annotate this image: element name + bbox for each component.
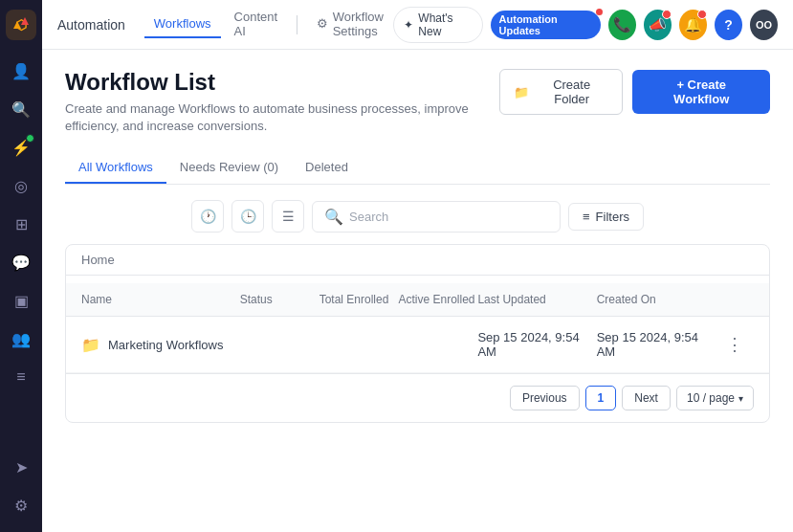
topnav-left: Automation Workflows Content AI ⚙ Workfl…: [57, 4, 393, 46]
search-icon: 🔍: [324, 208, 343, 226]
chevron-down-icon: ▾: [738, 393, 743, 404]
nav-divider: [297, 15, 297, 34]
list-nav-icon[interactable]: ≡: [4, 360, 38, 394]
row-actions-button[interactable]: ⋮: [716, 334, 754, 355]
cell-name: 📁 Marketing Workflows: [81, 336, 240, 354]
grid-nav-icon[interactable]: ⊞: [4, 207, 38, 241]
search-nav-icon[interactable]: 🔍: [4, 92, 38, 126]
page-title: Workflow List: [65, 69, 499, 96]
sparkle-icon: ✦: [404, 18, 413, 32]
settings-nav-icon[interactable]: ⚙: [4, 488, 38, 522]
page-header-actions: 📁 Create Folder + Create Workflow: [499, 69, 770, 115]
clock-recent-icon: 🕐: [200, 209, 216, 224]
page-header-left: Workflow List Create and manage Workflow…: [65, 69, 499, 135]
search-input[interactable]: [349, 210, 548, 224]
nav-tabs: Workflows Content AI ⚙ Workflow Settings: [144, 4, 393, 46]
workflow-table: Home Name Status Total Enrolled Active E…: [65, 244, 770, 423]
brand-label: Automation: [57, 17, 125, 33]
gear-icon: ⚙: [317, 16, 328, 31]
app-logo[interactable]: ⬡: [6, 10, 36, 40]
row-folder-icon: 📁: [81, 336, 100, 354]
phone-button[interactable]: 📞: [608, 10, 636, 40]
cell-created-on: Sep 15 2024, 9:54 AM: [597, 330, 716, 359]
bell-button[interactable]: 🔔: [679, 10, 707, 40]
megaphone-button[interactable]: 📣: [644, 10, 672, 40]
list-view-icon: ☰: [282, 209, 295, 224]
table-row: 📁 Marketing Workflows Sep 15 2024, 9:54 …: [66, 317, 769, 373]
col-active-enrolled: Active Enrolled: [399, 293, 478, 306]
content-tabs: All Workflows Needs Review (0) Deleted: [65, 152, 770, 185]
list-view-button[interactable]: ☰: [272, 200, 304, 233]
main-content: Automation Workflows Content AI ⚙ Workfl…: [42, 0, 793, 532]
page-subtitle: Create and manage Workflows to automate …: [65, 100, 499, 135]
clock-history-button[interactable]: 🕒: [231, 200, 264, 233]
page-header: Workflow List Create and manage Workflow…: [65, 69, 770, 135]
people-nav-icon[interactable]: 👥: [4, 321, 38, 356]
col-name: Name: [81, 293, 240, 306]
col-actions: [716, 293, 754, 306]
create-folder-button[interactable]: 📁 Create Folder: [499, 69, 624, 115]
search-box: 🔍: [312, 201, 561, 233]
tab-needs-review[interactable]: Needs Review (0): [166, 152, 292, 184]
topnav-right: ✦ What's New Automation Updates 📞 📣 🔔 ? …: [393, 7, 778, 43]
sidebar: ⬡ 👤 🔍 ⚡ ◎ ⊞ 💬 ▣ 👥 ≡ ➤ ⚙: [0, 0, 42, 532]
create-workflow-button[interactable]: + Create Workflow: [632, 70, 770, 114]
lightning-nav-icon[interactable]: ⚡: [4, 130, 38, 165]
pagination: Previous 1 Next 10 / page ▾: [66, 373, 769, 422]
clock-history-icon: 🕒: [240, 209, 256, 224]
table-header-row: Name Status Total Enrolled Active Enroll…: [66, 283, 769, 317]
tab-workflow-settings[interactable]: ⚙ Workflow Settings: [307, 4, 394, 46]
top-navigation: Automation Workflows Content AI ⚙ Workfl…: [42, 0, 793, 50]
breadcrumb: Home: [66, 245, 769, 276]
col-created-on: Created On: [597, 293, 716, 306]
box-nav-icon[interactable]: ▣: [4, 283, 38, 318]
page-1-button[interactable]: 1: [585, 386, 617, 410]
previous-page-button[interactable]: Previous: [510, 386, 580, 410]
next-page-button[interactable]: Next: [622, 386, 671, 410]
col-total-enrolled: Total Enrolled: [319, 293, 399, 306]
tab-workflows[interactable]: Workflows: [144, 11, 221, 38]
filters-button[interactable]: ≡ Filters: [568, 203, 644, 231]
tab-all-workflows[interactable]: All Workflows: [65, 152, 166, 184]
location-nav-icon[interactable]: ◎: [4, 168, 38, 203]
col-status: Status: [240, 293, 319, 306]
col-last-updated: Last Updated: [477, 293, 596, 306]
clock-recent-button[interactable]: 🕐: [191, 200, 224, 233]
per-page-select[interactable]: 10 / page ▾: [676, 386, 754, 410]
avatar-button[interactable]: OO: [750, 10, 778, 40]
whats-new-button[interactable]: ✦ What's New: [393, 7, 482, 43]
toolbar: 🕐 🕒 ☰ 🔍 ≡ Filters: [65, 200, 770, 233]
automation-updates-badge[interactable]: Automation Updates: [491, 11, 601, 39]
tab-content-ai[interactable]: Content AI: [225, 4, 288, 46]
person-nav-icon[interactable]: 👤: [4, 54, 38, 88]
filter-icon: ≡: [583, 210, 590, 224]
send-nav-icon[interactable]: ➤: [4, 450, 38, 484]
tab-deleted[interactable]: Deleted: [292, 152, 362, 184]
chat-nav-icon[interactable]: 💬: [4, 245, 38, 279]
folder-icon: 📁: [514, 85, 529, 100]
page-content-area: Workflow List Create and manage Workflow…: [42, 50, 793, 532]
cell-last-updated: Sep 15 2024, 9:54 AM: [477, 330, 596, 359]
help-button[interactable]: ?: [715, 10, 742, 40]
